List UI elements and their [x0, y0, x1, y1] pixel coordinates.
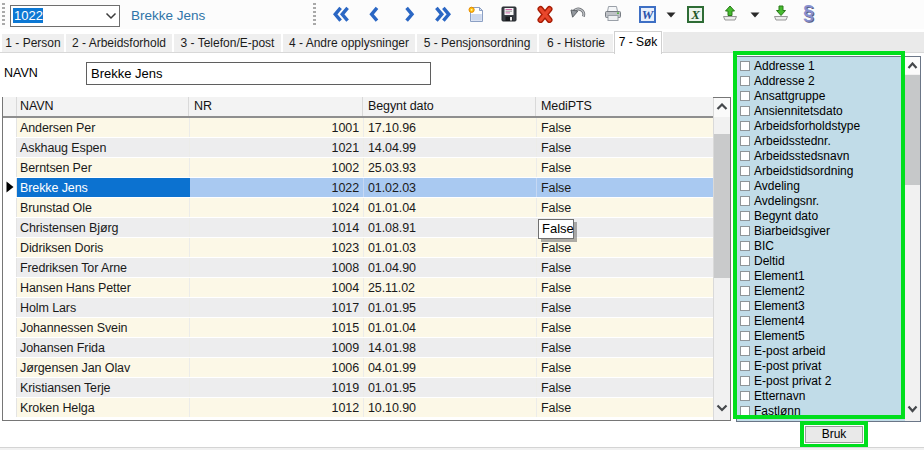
svg-text:W: W	[642, 7, 655, 22]
svg-text:X: X	[690, 7, 700, 22]
